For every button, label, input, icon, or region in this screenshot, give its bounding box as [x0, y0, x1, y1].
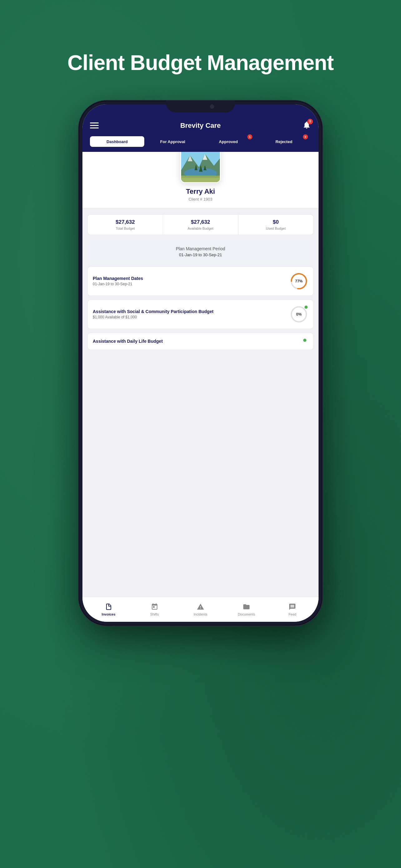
tab-for-approval[interactable]: For Approval — [145, 136, 200, 147]
page-title: Client Budget Management — [67, 50, 334, 75]
total-budget-label: Total Budget — [90, 226, 160, 230]
avatar — [180, 152, 221, 183]
feed-label: Feed — [289, 612, 296, 616]
total-budget-card: $27,632 Total Budget — [88, 215, 163, 235]
phone-notch — [166, 101, 235, 113]
plan-item-dates-0: 01-Jan-19 to 30-Sep-21 — [93, 282, 290, 286]
progress-text-0: 77% — [295, 279, 303, 283]
available-budget-amount: $27,632 — [166, 219, 235, 225]
phone-frame: Brevity Care 0 Dashboard For — [79, 101, 322, 625]
profile-section: Terry Aki Client # 1903 — [82, 152, 319, 208]
notification-bell[interactable]: 0 — [302, 121, 311, 131]
documents-icon — [242, 602, 251, 611]
scroll-area: Terry Aki Client # 1903 $27,632 Total Bu… — [82, 152, 319, 622]
plan-period-dates: 01-Jan-19 to 30-Sep-21 — [93, 252, 308, 257]
tabs-row: Dashboard For Approval 1 Approved 0 Reje… — [90, 136, 311, 152]
shifts-icon — [150, 602, 159, 611]
tab-dashboard[interactable]: Dashboard — [90, 136, 144, 147]
available-budget-label: Available Budget — [166, 226, 235, 230]
incidents-label: Incidents — [194, 612, 207, 616]
menu-button[interactable] — [90, 122, 99, 128]
nav-feed[interactable]: Feed — [269, 602, 315, 616]
bottom-nav: Invoices Shifts — [82, 597, 319, 622]
svg-rect-9 — [181, 178, 220, 182]
plan-item-amount-1: $1,000 Available of $1,000 — [93, 315, 290, 319]
nav-documents[interactable]: Documents — [224, 602, 269, 616]
documents-label: Documents — [238, 612, 255, 616]
budget-row: $27,632 Total Budget $27,632 Available B… — [88, 214, 313, 235]
progress-ring-0: 77% — [290, 272, 308, 290]
client-name: Terry Aki — [186, 187, 215, 195]
plan-period-title: Plan Management Period — [93, 246, 308, 251]
dot-indicator-2 — [303, 339, 306, 342]
used-budget-card: $0 Used Budget — [238, 215, 313, 235]
plan-item-title-0: Plan Management Dates — [93, 276, 290, 281]
progress-ring-1: 0% — [290, 305, 308, 324]
nav-shifts[interactable]: Shifts — [132, 602, 177, 616]
plan-item-daily-life[interactable]: Assistance with Daily Life Budget — [88, 333, 313, 350]
feed-icon — [288, 602, 297, 611]
used-budget-amount: $0 — [241, 219, 311, 225]
progress-text-1: 0% — [296, 312, 301, 316]
notification-count: 0 — [307, 119, 313, 124]
tab-rejected[interactable]: 0 Rejected — [257, 136, 311, 147]
tab-approved[interactable]: 1 Approved — [201, 136, 256, 147]
plan-item-management-dates[interactable]: Plan Management Dates 01-Jan-19 to 30-Se… — [88, 267, 313, 296]
nav-invoices[interactable]: Invoices — [86, 602, 132, 616]
incidents-icon — [196, 602, 205, 611]
plan-item-social[interactable]: Assistance with Social & Community Parti… — [88, 300, 313, 329]
used-budget-label: Used Budget — [241, 226, 311, 230]
plan-item-title-partial: Assistance with Daily Life Budget — [93, 339, 303, 344]
phone-screen: Brevity Care 0 Dashboard For — [82, 104, 319, 622]
total-budget-amount: $27,632 — [90, 219, 160, 225]
approved-badge: 1 — [247, 134, 252, 140]
app-title: Brevity Care — [180, 122, 221, 130]
available-budget-card: $27,632 Available Budget — [163, 215, 238, 235]
invoices-label: Invoices — [102, 612, 115, 616]
nav-incidents[interactable]: Incidents — [177, 602, 223, 616]
rejected-badge: 0 — [303, 134, 308, 140]
plan-period-card: Plan Management Period 01-Jan-19 to 30-S… — [88, 241, 313, 262]
shifts-label: Shifts — [150, 612, 159, 616]
client-id: Client # 1903 — [189, 197, 213, 202]
plan-item-title-1: Assistance with Social & Community Parti… — [93, 309, 290, 314]
invoices-icon — [104, 602, 113, 611]
